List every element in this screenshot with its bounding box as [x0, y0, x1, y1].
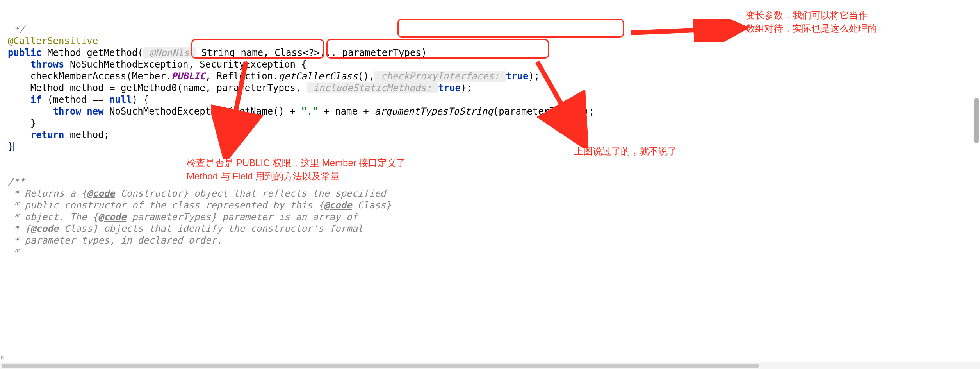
- keyword-throws: throws: [30, 59, 64, 70]
- paren-close: ): [421, 47, 427, 58]
- call-checkmemberaccess: checkMemberAccess(: [8, 71, 132, 82]
- brace-close-method: }: [8, 141, 13, 152]
- method-name-getmethod: getMethod(: [87, 47, 143, 58]
- ref-reflection: Reflection.: [217, 71, 279, 82]
- comment-end: */: [8, 24, 25, 35]
- hint-checkproxyinterfaces: checkProxyInterfaces:: [374, 71, 506, 82]
- javadoc-line-7: *: [8, 247, 19, 258]
- javadoc-line-4a: * object. The {: [8, 211, 98, 222]
- type-method: Method: [42, 47, 87, 58]
- return-method: method;: [64, 129, 110, 140]
- ref-member: Member.: [132, 71, 171, 82]
- string-dot: ".": [301, 106, 318, 117]
- keyword-new: new: [87, 106, 103, 117]
- javadoc-line-3a: * public constructor of the class repres…: [8, 200, 324, 211]
- vertical-scrollbar[interactable]: [973, 0, 980, 362]
- if-cond: (method ==: [42, 94, 109, 105]
- comma: ,: [205, 71, 217, 82]
- call-argumenttypestostring: argumentTypesToString: [374, 106, 493, 117]
- javadoc-line-2a: * Returns a {: [8, 188, 87, 199]
- hint-nonnls: @NonNls: [143, 47, 196, 58]
- brace-close-if: }: [8, 118, 36, 129]
- note-public-check: 检查是否是 PUBLIC 权限，这里 Member 接口定义了 Method 与…: [187, 156, 406, 183]
- enum-public: PUBLIC: [171, 71, 205, 82]
- keyword-throw: throw: [53, 106, 81, 117]
- plus-name: + name +: [318, 106, 375, 117]
- javadoc-code-tag-1: @code: [87, 188, 115, 199]
- javadoc-line-3b: Class}: [352, 200, 391, 211]
- note-vararg: 变长参数，我们可以将它当作 数组对待，实际也是这么处理的: [746, 9, 877, 35]
- javadoc-code-tag-2: @code: [324, 200, 352, 211]
- javadoc-line-4b: parameterTypes} parameter is an array of: [126, 211, 357, 222]
- close-stmt-2: );: [461, 82, 472, 93]
- param-string-name: String name,: [196, 47, 274, 58]
- keyword-true-1: true: [506, 71, 529, 82]
- throws-list: NoSuchMethodException, SecurityException…: [64, 59, 307, 70]
- attts-close: (parameterTypes));: [493, 106, 595, 117]
- keyword-if: if: [30, 94, 42, 105]
- hint-includestaticmethods: includeStaticMethods:: [307, 82, 438, 93]
- status-tab[interactable]: s: [0, 354, 7, 362]
- call-getcallerclass: getCallerClass: [279, 71, 358, 82]
- annotation-caller-sensitive: @CallerSensitive: [8, 36, 98, 47]
- horizontal-scrollbar-thumb[interactable]: [2, 364, 759, 368]
- javadoc-code-tag-4: @code: [30, 223, 59, 234]
- note-said-above: 上图说过了的，就不说了: [574, 145, 677, 158]
- javadoc-line-5a: * {: [8, 223, 30, 234]
- code-editor[interactable]: */ @CallerSensitive public Method getMet…: [0, 0, 980, 352]
- javadoc-line-5b: Class} objects that identify the constru…: [59, 223, 363, 234]
- text-caret: [13, 142, 14, 151]
- if-close: ) {: [132, 94, 149, 105]
- param-class-vararg: Class<?>... parameterTypes: [274, 47, 421, 58]
- javadoc-line-6: * parameter types, in declared order.: [8, 235, 222, 246]
- new-nsme: NoSuchMethodException(getName() +: [104, 106, 301, 117]
- javadoc-line-2b: Constructor} object that reflects the sp…: [115, 188, 386, 199]
- horizontal-scrollbar[interactable]: [0, 362, 980, 369]
- refl-close: (),: [358, 71, 374, 82]
- javadoc-code-tag-3: @code: [98, 211, 126, 222]
- line-method-decl: Method method = getMethod0(name, paramet…: [8, 82, 307, 93]
- keyword-public: public: [8, 47, 42, 58]
- keyword-null: null: [109, 94, 132, 105]
- keyword-true-2: true: [438, 82, 461, 93]
- keyword-return: return: [30, 129, 64, 140]
- vertical-scrollbar-thumb[interactable]: [974, 98, 979, 143]
- javadoc-start: /**: [8, 176, 25, 187]
- close-stmt-1: );: [528, 71, 540, 82]
